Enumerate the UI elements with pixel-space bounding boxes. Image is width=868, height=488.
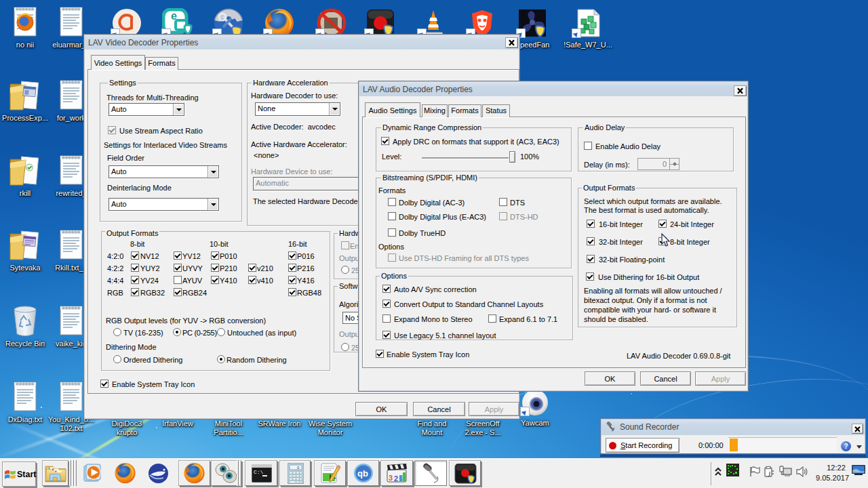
svg-text:qb: qb [357, 468, 368, 479]
svg-text:3: 3 [389, 474, 393, 482]
svg-text:C:\: C:\ [254, 469, 264, 475]
svg-text:2: 2 [394, 474, 398, 483]
